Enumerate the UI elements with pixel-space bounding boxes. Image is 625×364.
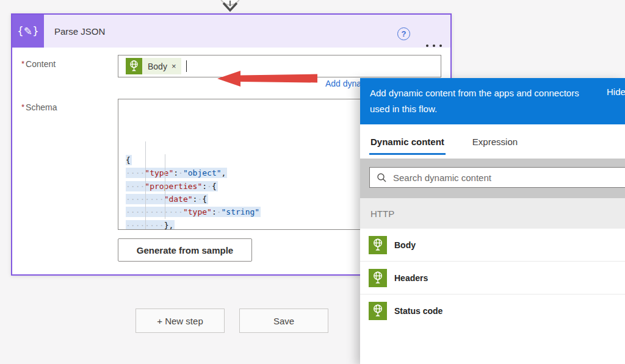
http-connector-icon bbox=[369, 236, 387, 254]
dynamic-content-list: Body Headers Status code bbox=[360, 229, 625, 327]
tab-dynamic-content[interactable]: Dynamic content bbox=[369, 137, 446, 155]
content-field-label: *Content bbox=[21, 59, 56, 69]
http-connector-icon bbox=[126, 58, 142, 74]
search-icon bbox=[377, 173, 387, 183]
list-item-label: Headers bbox=[394, 273, 428, 283]
generate-from-sample-button[interactable]: Generate from sample bbox=[118, 238, 252, 262]
dynamic-content-panel: Add dynamic content from the apps and co… bbox=[360, 78, 625, 364]
flow-connector-arrow-icon[interactable] bbox=[220, 1, 240, 13]
search-placeholder: Search dynamic content bbox=[393, 173, 491, 183]
menu-ellipsis-button[interactable] bbox=[426, 45, 442, 47]
body-token-chip[interactable]: Body × bbox=[126, 58, 181, 74]
new-step-button[interactable]: + New step bbox=[135, 309, 225, 333]
parse-json-icon: {✎} bbox=[12, 15, 44, 48]
panel-tabs: Dynamic contentExpression bbox=[369, 137, 518, 155]
card-header[interactable]: {✎} Parse JSON bbox=[12, 15, 450, 48]
list-item-label: Status code bbox=[394, 306, 443, 316]
http-connector-icon bbox=[369, 302, 387, 320]
required-asterisk: * bbox=[21, 59, 24, 68]
list-item-headers[interactable]: Headers bbox=[360, 262, 625, 294]
schema-field-label: *Schema bbox=[21, 102, 57, 112]
hide-link[interactable]: Hide bbox=[607, 87, 625, 97]
save-button[interactable]: Save bbox=[239, 309, 328, 333]
chip-close-icon[interactable]: × bbox=[172, 62, 176, 70]
text-cursor bbox=[186, 60, 187, 72]
help-button[interactable]: ? bbox=[397, 27, 410, 40]
list-item-body[interactable]: Body bbox=[360, 229, 625, 262]
search-input[interactable]: Search dynamic content bbox=[369, 167, 625, 188]
section-header-http: HTTP bbox=[360, 198, 625, 229]
card-title: Parse JSON bbox=[44, 15, 105, 48]
list-item-label: Body bbox=[394, 240, 416, 250]
token-chip-label: Body bbox=[148, 62, 167, 71]
search-band: Search dynamic content bbox=[360, 159, 625, 198]
http-connector-icon bbox=[369, 269, 387, 287]
list-item-status-code[interactable]: Status code bbox=[360, 294, 625, 327]
required-asterisk: * bbox=[21, 102, 24, 112]
indent-guide bbox=[145, 141, 146, 230]
indent-guide bbox=[165, 154, 165, 219]
content-input[interactable]: Body × bbox=[118, 55, 441, 77]
tab-expression[interactable]: Expression bbox=[472, 137, 518, 155]
panel-banner: Add dynamic content from the apps and co… bbox=[360, 78, 625, 124]
